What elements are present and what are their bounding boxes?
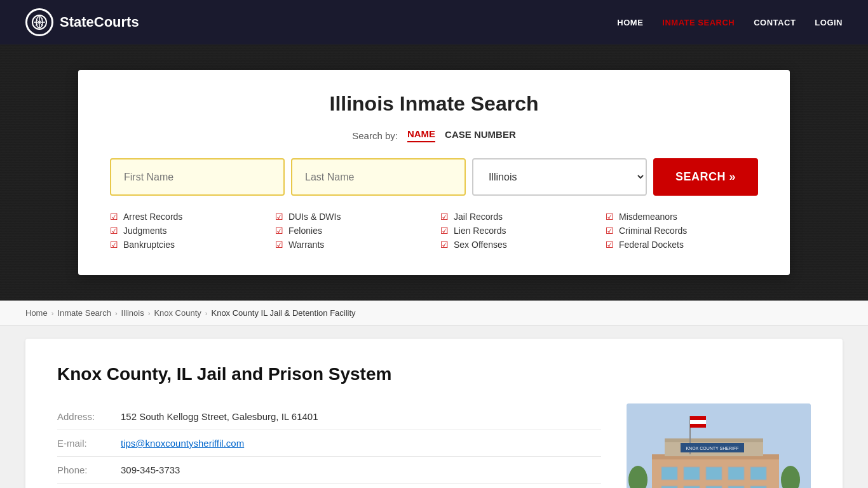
svg-rect-14 <box>750 467 766 480</box>
checkbox-felonies: ☑ Felonies <box>275 226 428 236</box>
checkbox-jail-records: ☑ Jail Records <box>440 212 593 222</box>
facility-title: Knox County, IL Jail and Prison System <box>57 364 811 384</box>
svg-text:KNOX COUNTY SHERIFF: KNOX COUNTY SHERIFF <box>686 446 738 451</box>
phone-label: Phone: <box>57 464 121 475</box>
breadcrumb-sep-4: › <box>205 309 208 317</box>
checkbox-label: Felonies <box>288 226 322 236</box>
checkbox-label: Warrants <box>288 240 324 250</box>
checkbox-label: Arrest Records <box>123 212 182 222</box>
checkbox-label: Sex Offenses <box>454 240 507 250</box>
check-icon: ☑ <box>275 212 283 222</box>
tab-name[interactable]: NAME <box>407 128 435 142</box>
checkbox-sex-offenses: ☑ Sex Offenses <box>440 240 593 250</box>
breadcrumb-knox-county[interactable]: Knox County <box>154 308 201 318</box>
check-icon: ☑ <box>110 212 118 222</box>
svg-rect-13 <box>728 467 744 480</box>
svg-rect-12 <box>706 467 722 480</box>
search-fields-row: Illinois Alabama Alaska Arizona Californ… <box>110 158 758 196</box>
last-name-input[interactable] <box>291 158 466 196</box>
svg-rect-25 <box>690 416 706 420</box>
search-by-row: Search by: NAME CASE NUMBER <box>110 128 758 142</box>
fax-row: Fax: 309-345-3724 <box>57 484 601 488</box>
check-icon: ☑ <box>440 226 449 236</box>
checkbox-misdemeanors: ☑ Misdemeanors <box>606 212 758 222</box>
nav-inmate-search[interactable]: INMATE SEARCH <box>662 18 735 27</box>
hero-section: COURTHOUSE Illinois Inmate Search Search… <box>0 44 868 301</box>
info-section: Address: 152 South Kellogg Street, Gales… <box>57 403 811 488</box>
check-icon: ☑ <box>606 240 614 250</box>
checkbox-criminal-records: ☑ Criminal Records <box>606 226 758 236</box>
checkboxes-grid: ☑ Arrest Records ☑ DUIs & DWIs ☑ Jail Re… <box>110 212 758 250</box>
first-name-input[interactable] <box>110 158 285 196</box>
logo-text: StateCourts <box>60 14 139 30</box>
breadcrumb-home[interactable]: Home <box>25 308 48 318</box>
breadcrumb: Home › Inmate Search › Illinois › Knox C… <box>0 301 868 326</box>
check-icon: ☑ <box>275 240 283 250</box>
svg-rect-22 <box>665 438 763 442</box>
check-icon: ☑ <box>606 226 614 236</box>
checkbox-bankruptcies: ☑ Bankruptcies <box>110 240 262 250</box>
checkbox-federal-dockets: ☑ Federal Dockets <box>606 240 758 250</box>
checkbox-label: Jail Records <box>454 212 503 222</box>
search-by-label: Search by: <box>352 130 398 141</box>
search-button[interactable]: SEARCH » <box>653 158 758 196</box>
checkbox-warrants: ☑ Warrants <box>275 240 428 250</box>
email-label: E-mail: <box>57 438 121 449</box>
info-table: Address: 152 South Kellogg Street, Gales… <box>57 403 601 488</box>
site-header: StateCourts HOME INMATE SEARCH CONTACT L… <box>0 0 868 44</box>
search-card: Illinois Inmate Search Search by: NAME C… <box>78 70 790 275</box>
checkbox-label: Federal Dockets <box>619 240 684 250</box>
check-icon: ☑ <box>275 226 283 236</box>
logo[interactable]: StateCourts <box>25 8 139 36</box>
breadcrumb-illinois[interactable]: Illinois <box>121 308 144 318</box>
check-icon: ☑ <box>110 240 118 250</box>
address-label: Address: <box>57 411 121 422</box>
main-nav: HOME INMATE SEARCH CONTACT LOGIN <box>617 18 843 27</box>
svg-rect-11 <box>684 467 700 480</box>
search-card-title: Illinois Inmate Search <box>110 92 758 116</box>
state-select[interactable]: Illinois Alabama Alaska Arizona Californ… <box>472 158 647 196</box>
svg-rect-27 <box>690 424 706 428</box>
email-link[interactable]: tips@knoxcountysheriffil.com <box>121 438 244 449</box>
logo-icon <box>25 8 53 36</box>
breadcrumb-sep-2: › <box>115 309 118 317</box>
breadcrumb-sep-1: › <box>51 309 54 317</box>
check-icon: ☑ <box>110 226 118 236</box>
check-icon: ☑ <box>440 240 449 250</box>
nav-login[interactable]: LOGIN <box>815 18 843 27</box>
checkbox-label: Misdemeanors <box>619 212 677 222</box>
checkbox-label: DUIs & DWIs <box>288 212 341 222</box>
checkbox-arrest-records: ☑ Arrest Records <box>110 212 262 222</box>
check-icon: ☑ <box>606 212 614 222</box>
checkbox-label: Criminal Records <box>619 226 687 236</box>
checkbox-judgments: ☑ Judgments <box>110 226 262 236</box>
email-row: E-mail: tips@knoxcountysheriffil.com <box>57 430 601 457</box>
check-icon: ☑ <box>440 212 449 222</box>
svg-rect-10 <box>661 467 677 480</box>
main-content: Knox County, IL Jail and Prison System A… <box>25 339 843 488</box>
checkbox-lien-records: ☑ Lien Records <box>440 226 593 236</box>
tab-case-number[interactable]: CASE NUMBER <box>445 129 516 142</box>
checkbox-label: Judgments <box>123 226 166 236</box>
phone-value: 309-345-3733 <box>121 464 180 475</box>
checkbox-label: Bankruptcies <box>123 240 175 250</box>
nav-contact[interactable]: CONTACT <box>754 18 796 27</box>
checkbox-label: Lien Records <box>454 226 506 236</box>
breadcrumb-current: Knox County IL Jail & Detention Facility <box>211 308 355 318</box>
phone-row: Phone: 309-345-3733 <box>57 457 601 484</box>
svg-rect-26 <box>690 420 706 424</box>
address-row: Address: 152 South Kellogg Street, Gales… <box>57 403 601 430</box>
facility-image: KNOX COUNTY SHERIFF <box>627 403 811 488</box>
checkbox-duis-dwis: ☑ DUIs & DWIs <box>275 212 428 222</box>
breadcrumb-inmate-search[interactable]: Inmate Search <box>57 308 111 318</box>
nav-home[interactable]: HOME <box>617 18 643 27</box>
address-value: 152 South Kellogg Street, Galesburg, IL … <box>121 411 318 422</box>
breadcrumb-sep-3: › <box>148 309 151 317</box>
